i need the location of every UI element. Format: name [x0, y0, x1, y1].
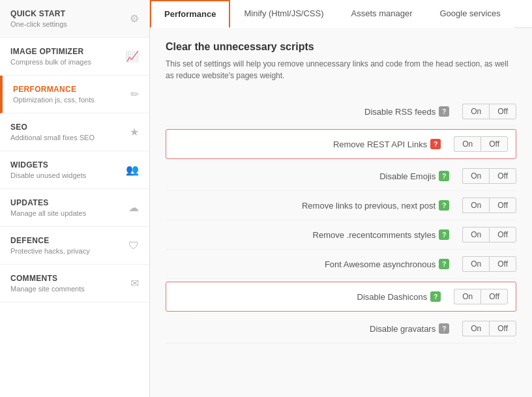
toggle-on-button[interactable]: On [462, 256, 489, 272]
help-icon[interactable]: ? [439, 171, 449, 181]
toggle-group: On Off [462, 321, 516, 336]
setting-row-font-awesome-async: Font Awesome asynchronous ? On Off [166, 250, 516, 279]
sidebar-item-icon: ★ [130, 126, 139, 138]
toggle-off-button[interactable]: Off [480, 289, 508, 304]
sidebar-item-icon: ☁ [128, 201, 139, 214]
toggle-group: On Off [462, 227, 516, 243]
sidebar-item-title: PERFORMANCE [13, 85, 125, 94]
tab-google-services[interactable]: Google services [426, 0, 514, 28]
sidebar-item-icon: 👥 [126, 164, 139, 176]
toggle-off-button[interactable]: Off [489, 256, 516, 272]
setting-label-wrapper: Disable RSS feeds ? [166, 106, 456, 117]
sidebar-item-image-optimizer[interactable]: IMAGE OPTIMIZER Compress bulk of images … [0, 38, 149, 76]
toggle-on-button[interactable]: On [454, 289, 480, 304]
setting-row-disable-rss: Disable RSS feeds ? On Off [166, 97, 516, 126]
toggle-on-button[interactable]: On [462, 198, 489, 213]
toggle-on-button[interactable]: On [462, 321, 489, 336]
sidebar-item-quick-start[interactable]: QUICK START One-click settings ⚙ [0, 0, 149, 38]
setting-label: Disable RSS feeds [364, 107, 436, 117]
sidebar-item-title: SEO [10, 123, 125, 132]
help-icon[interactable]: ? [430, 139, 441, 149]
sidebar-item-subtitle: Additional small fixes SEO [10, 134, 125, 141]
toggle-off-button[interactable]: Off [489, 321, 516, 336]
sidebar-item-widgets[interactable]: WIDGETS Disable unused widgets 👥 [0, 151, 149, 189]
setting-row-disable-emojis: Disable Emojis ? On Off [166, 162, 516, 191]
setting-label-wrapper: Font Awesome asynchronous ? [166, 259, 456, 269]
tab-minify[interactable]: Minify (Html/JS/CSS) [230, 0, 337, 28]
sidebar-item-subtitle: Optimization js, css, fonts [13, 96, 125, 104]
toggle-group: On Off [462, 104, 516, 119]
setting-row-remove-prev-next: Remove links to previous, next post ? On… [166, 191, 516, 220]
toggle-on-button[interactable]: On [462, 227, 489, 243]
section-title: Clear the unnecessary scripts [166, 41, 516, 53]
sidebar-item-title: DEFENCE [10, 236, 123, 245]
sidebar-item-content: DEFENCE Protective hacks, privacy [10, 236, 123, 255]
sidebar-item-performance[interactable]: PERFORMANCE Optimization js, css, fonts … [0, 76, 149, 113]
sidebar-item-icon: 📈 [126, 50, 139, 63]
main-content: PerformanceMinify (Html/JS/CSS)Assets ma… [150, 0, 532, 397]
sidebar-item-content: UPDATES Manage all site updates [10, 198, 123, 217]
setting-label: Disable gravatars [370, 324, 436, 334]
toggle-group: On Off [454, 289, 508, 304]
toggle-off-button[interactable]: Off [489, 104, 516, 119]
help-icon[interactable]: ? [439, 259, 449, 269]
setting-label-wrapper: Remove .recentcomments styles ? [166, 229, 456, 240]
sidebar-item-comments[interactable]: COMMENTS Manage site comments ✉ [0, 265, 149, 302]
sidebar: QUICK START One-click settings ⚙ IMAGE O… [0, 0, 150, 397]
setting-label: Disable Emojis [379, 171, 436, 181]
setting-row-remove-recentcomments: Remove .recentcomments styles ? On Off [166, 220, 516, 250]
sidebar-item-title: UPDATES [10, 198, 123, 207]
toggle-on-button[interactable]: On [462, 168, 489, 184]
sidebar-item-title: IMAGE OPTIMIZER [10, 47, 121, 56]
toggle-group: On Off [462, 198, 516, 213]
settings-table: Disable RSS feeds ? On Off Remove REST A… [166, 97, 516, 344]
sidebar-item-content: COMMENTS Manage site comments [10, 274, 125, 293]
sidebar-item-defence[interactable]: DEFENCE Protective hacks, privacy 🛡 [0, 227, 149, 265]
toggle-off-button[interactable]: Off [480, 136, 508, 152]
help-icon[interactable]: ? [439, 323, 449, 334]
toggle-on-button[interactable]: On [462, 104, 489, 119]
sidebar-item-seo[interactable]: SEO Additional small fixes SEO ★ [0, 113, 149, 151]
help-icon[interactable]: ? [439, 106, 449, 117]
setting-label: Font Awesome asynchronous [325, 259, 436, 269]
sidebar-item-subtitle: Manage site comments [10, 285, 125, 293]
sidebar-item-icon: ✏ [130, 88, 139, 100]
toggle-group: On Off [462, 168, 516, 184]
toggle-off-button[interactable]: Off [489, 168, 516, 184]
toggle-on-button[interactable]: On [454, 136, 480, 152]
content-area: Clear the unnecessary scripts This set o… [150, 28, 532, 397]
help-icon[interactable]: ? [430, 291, 441, 302]
setting-label-wrapper: Disable Emojis ? [166, 171, 456, 181]
tabs-bar: PerformanceMinify (Html/JS/CSS)Assets ma… [150, 0, 532, 28]
sidebar-item-subtitle: Protective hacks, privacy [10, 247, 123, 255]
help-icon[interactable]: ? [439, 200, 449, 211]
setting-label: Remove .recentcomments styles [313, 230, 436, 240]
toggle-group: On Off [462, 256, 516, 272]
app-container: QUICK START One-click settings ⚙ IMAGE O… [0, 0, 532, 397]
setting-label-wrapper: Remove REST API Links ? [174, 139, 447, 149]
setting-label-wrapper: Disable Dashicons ? [174, 291, 447, 302]
sidebar-item-content: SEO Additional small fixes SEO [10, 123, 125, 141]
setting-label: Disable Dashicons [357, 292, 428, 302]
sidebar-item-title: QUICK START [10, 9, 125, 18]
section-description: This set of settings will help you remov… [166, 58, 516, 81]
sidebar-item-icon: ✉ [130, 277, 139, 289]
setting-label: Remove links to previous, next post [302, 201, 436, 211]
sidebar-item-subtitle: Disable unused widgets [10, 171, 121, 179]
sidebar-item-icon: ⚙ [130, 12, 139, 25]
toggle-group: On Off [454, 136, 508, 152]
tab-assets-manager[interactable]: Assets manager [338, 0, 426, 28]
setting-row-remove-rest-api: Remove REST API Links ? On Off [166, 129, 516, 159]
toggle-off-button[interactable]: Off [489, 198, 516, 213]
help-icon[interactable]: ? [439, 229, 449, 240]
sidebar-item-content: WIDGETS Disable unused widgets [10, 160, 121, 179]
tab-performance[interactable]: Performance [150, 0, 230, 28]
setting-label-wrapper: Disable gravatars ? [166, 323, 456, 334]
setting-label: Remove REST API Links [333, 140, 427, 149]
sidebar-item-subtitle: Manage all site updates [10, 209, 123, 217]
sidebar-item-title: WIDGETS [10, 160, 121, 169]
toggle-off-button[interactable]: Off [489, 227, 516, 243]
setting-row-disable-dashicons: Disable Dashicons ? On Off [166, 282, 516, 312]
sidebar-item-updates[interactable]: UPDATES Manage all site updates ☁ [0, 189, 149, 227]
sidebar-item-content: QUICK START One-click settings [10, 9, 125, 28]
